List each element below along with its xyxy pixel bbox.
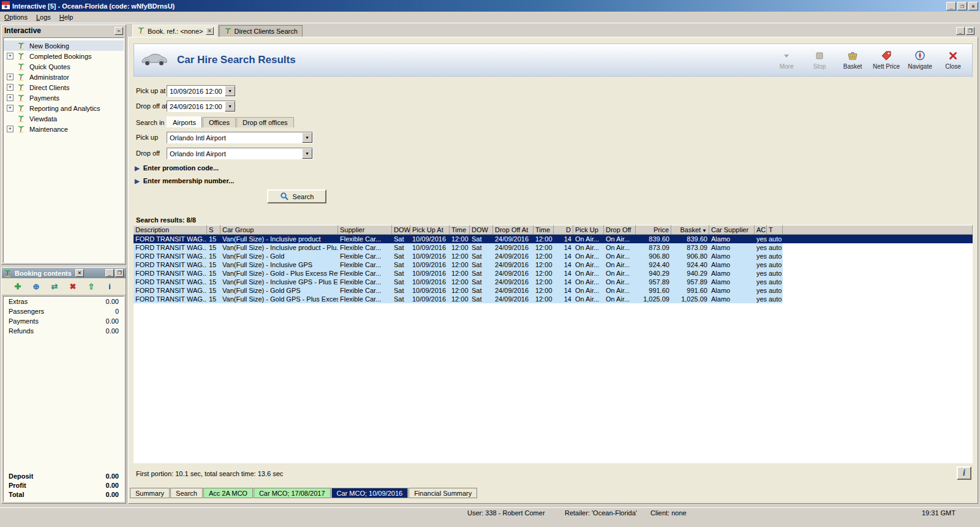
expand-icon[interactable]: + xyxy=(7,53,13,59)
pickup-at-combo[interactable]: 10/09/2016 12:00 ▼ xyxy=(167,85,236,97)
search-in-tab-offices[interactable]: Offices xyxy=(203,117,236,127)
close-icon[interactable]: ✕ xyxy=(75,269,84,277)
sidebar-item-viewdata[interactable]: Viewdata xyxy=(4,113,124,124)
close-icon[interactable]: ✕ xyxy=(968,2,978,10)
column-header-time[interactable]: Time xyxy=(533,225,554,235)
sidebar-item-reporting-and-analytics[interactable]: +Reporting and Analytics xyxy=(4,103,124,113)
pickup-combo[interactable]: Orlando Intl Airport ▼ xyxy=(167,132,313,143)
column-header-s[interactable]: S xyxy=(207,225,221,235)
cell: 24/09/2016 xyxy=(493,269,533,278)
tab-close-icon[interactable]: ✕ xyxy=(206,27,214,35)
column-header-ac[interactable]: AC xyxy=(755,225,767,235)
chevron-down-icon[interactable]: ▼ xyxy=(225,101,235,112)
minimize-icon[interactable]: _ xyxy=(946,2,956,10)
add-icon[interactable]: ✚ xyxy=(12,281,23,292)
cell: On Air... xyxy=(573,278,604,286)
column-header-drop-off-at[interactable]: Drop Off At xyxy=(493,225,533,235)
bottom-tab-summary[interactable]: Summary xyxy=(130,488,170,498)
expand-icon[interactable]: + xyxy=(7,105,13,112)
expand-icon[interactable]: + xyxy=(7,84,13,91)
expand-icon[interactable]: + xyxy=(7,94,13,101)
chevron-down-icon[interactable]: ▼ xyxy=(302,132,312,143)
column-header-drop-off[interactable]: Drop Off xyxy=(604,225,636,235)
info-icon[interactable]: i xyxy=(104,281,115,292)
column-header-filler xyxy=(783,225,973,235)
delete-icon[interactable]: ✖ xyxy=(67,281,78,292)
menu-item-help[interactable]: Help xyxy=(55,12,78,22)
table-row[interactable]: FORD TRANSIT WAG...15Van(Full Size) - Go… xyxy=(134,269,973,278)
cell: 924.40 xyxy=(636,260,671,269)
table-row[interactable]: FORD TRANSIT WAG...15Van(Full Size) - In… xyxy=(134,260,973,269)
membership-expander[interactable]: ▶ Enter membership number... xyxy=(135,177,234,184)
bottom-tab-financial-summary[interactable]: Financial Summary xyxy=(409,488,477,498)
search-in-tab-airports[interactable]: Airports xyxy=(167,116,202,127)
maximize-icon[interactable]: ❐ xyxy=(957,2,967,10)
table-row[interactable]: FORD TRANSIT WAG...15Van(Full Size) - Go… xyxy=(134,286,973,295)
sidebar-item-administrator[interactable]: +Administrator xyxy=(4,72,124,82)
booking-row: Payments0.00 xyxy=(4,316,124,326)
table-row[interactable]: FORD TRANSIT WAG...15Van(Full Size) - Go… xyxy=(134,252,973,260)
search-button[interactable]: Search xyxy=(267,189,326,203)
column-header-d[interactable]: D xyxy=(554,225,573,235)
sidebar-panel: Interactive − New Booking+Completed Book… xyxy=(1,25,126,265)
search-in-tab-drop-off-offices[interactable]: Drop off offices xyxy=(236,117,294,127)
navigate-button[interactable]: Navigate xyxy=(907,50,933,70)
minimize-icon[interactable]: _ xyxy=(956,27,965,35)
menu-item-logs[interactable]: Logs xyxy=(32,12,55,22)
column-header-description[interactable]: Description xyxy=(134,225,207,235)
expand-icon[interactable]: + xyxy=(7,74,13,80)
column-header-supplier[interactable]: Supplier xyxy=(338,225,392,235)
table-row[interactable]: FORD TRANSIT WAG...15Van(Full Size) - In… xyxy=(134,235,973,243)
sidebar-item-quick-quotes[interactable]: Quick Quotes xyxy=(4,61,124,72)
table-row[interactable]: FORD TRANSIT WAG...15Van(Full Size) - In… xyxy=(134,278,973,286)
cell: auto xyxy=(767,278,783,286)
column-header-car-supplier[interactable]: Car Supplier xyxy=(709,225,755,235)
expand-icon[interactable]: + xyxy=(7,126,13,132)
promotion-expander[interactable]: ▶ Enter promotion code... xyxy=(135,164,219,172)
column-header-dow[interactable]: DOW xyxy=(470,225,493,235)
transfer-icon[interactable]: ⇄ xyxy=(49,281,60,292)
column-header-pick-up[interactable]: Pick Up xyxy=(573,225,604,235)
maximize-icon[interactable]: ❐ xyxy=(115,269,124,277)
column-header-pick-up-at[interactable]: Pick Up At xyxy=(410,225,450,235)
bottom-tab-search[interactable]: Search xyxy=(170,488,203,498)
column-header-t[interactable]: T xyxy=(767,225,783,235)
chevron-down-icon[interactable]: ▼ xyxy=(225,86,235,96)
sidebar-item-new-booking[interactable]: New Booking xyxy=(4,40,124,51)
table-row[interactable]: FORD TRANSIT WAG...15Van(Full Size) - Go… xyxy=(134,295,973,303)
bottom-tab-acc-2a-mco[interactable]: Acc 2A MCO xyxy=(203,488,253,498)
move-up-icon[interactable]: ⇧ xyxy=(86,281,97,292)
info-button[interactable]: i xyxy=(957,466,971,480)
bottom-tab-car-mco-17-08-2017[interactable]: Car MCO; 17/08/2017 xyxy=(254,488,331,498)
cell: On Air... xyxy=(604,269,636,278)
sidebar-item-maintenance[interactable]: +Maintenance xyxy=(4,124,124,134)
sidebar-item-payments[interactable]: +Payments xyxy=(4,93,124,103)
dropoff-at-combo[interactable]: 24/09/2016 12:00 ▼ xyxy=(167,100,236,112)
minimize-icon[interactable]: _ xyxy=(105,269,114,277)
cell: FORD TRANSIT WAG... xyxy=(134,260,207,269)
sidebar-item-direct-clients[interactable]: +Direct Clients xyxy=(4,82,124,93)
tab-book-ref-none[interactable]: Book. ref.: <none>✕ xyxy=(132,25,219,37)
nett-price-button[interactable]: Nett Price xyxy=(873,50,900,70)
collapse-icon[interactable]: − xyxy=(115,27,123,35)
column-header-price[interactable]: Price xyxy=(636,225,671,235)
cell: 12:00 xyxy=(450,252,470,260)
column-header-dow[interactable]: DOW xyxy=(392,225,410,235)
column-header-car-group[interactable]: Car Group xyxy=(221,225,338,235)
tab-direct-clients-search[interactable]: Direct Clients Search xyxy=(219,25,303,37)
sidebar-item-label: Maintenance xyxy=(29,126,68,133)
maximize-icon[interactable]: ❐ xyxy=(966,27,974,35)
cell: Sat xyxy=(470,243,493,252)
column-header-basket[interactable]: Basket▼ xyxy=(671,225,709,235)
table-row[interactable]: FORD TRANSIT WAG...15Van(Full Size) - In… xyxy=(134,243,973,252)
menu-item-options[interactable]: Options xyxy=(0,12,32,22)
column-header-time[interactable]: Time xyxy=(450,225,470,235)
bottom-tab-car-mco-10-09-2016[interactable]: Car MCO; 10/09/2016 xyxy=(331,488,409,498)
dropoff-combo[interactable]: Orlando Intl Airport ▼ xyxy=(167,148,313,159)
close-button[interactable]: Close xyxy=(940,50,966,70)
basket-button[interactable]: Basket xyxy=(840,50,865,70)
globe-icon[interactable]: ⊕ xyxy=(31,281,42,292)
chevron-down-icon[interactable]: ▼ xyxy=(302,148,312,159)
sidebar-item-completed-bookings[interactable]: +Completed Bookings xyxy=(4,51,124,61)
column-label: Time xyxy=(451,226,466,233)
